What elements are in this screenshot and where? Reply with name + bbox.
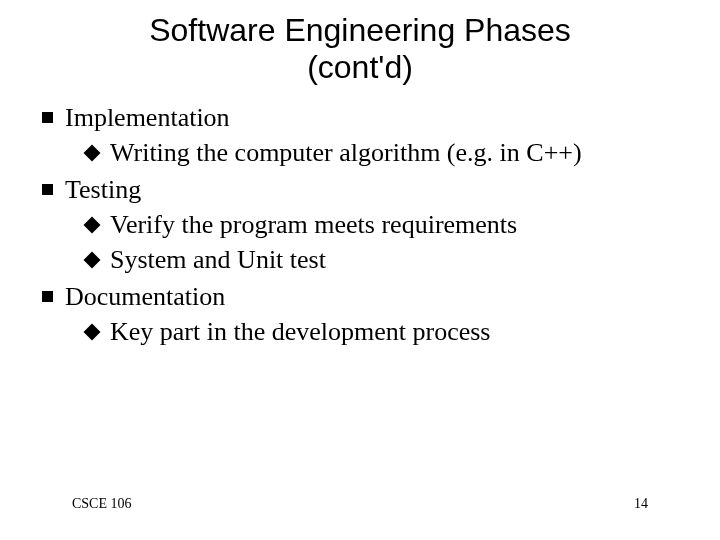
slide-footer: CSCE 106 14	[0, 496, 720, 512]
footer-course-code: CSCE 106	[72, 496, 132, 512]
square-bullet-icon	[42, 291, 53, 302]
title-line-2: (cont'd)	[307, 49, 413, 85]
square-bullet-icon	[42, 184, 53, 195]
footer-page-number: 14	[634, 496, 648, 512]
diamond-bullet-icon	[84, 216, 101, 233]
list-item: Testing	[42, 172, 692, 207]
list-subitem: Writing the computer algorithm (e.g. in …	[84, 135, 692, 170]
diamond-bullet-icon	[84, 251, 101, 268]
subitem-label: Writing the computer algorithm (e.g. in …	[110, 135, 692, 170]
square-bullet-icon	[42, 112, 53, 123]
subitem-label: System and Unit test	[110, 242, 692, 277]
list-item: Implementation	[42, 100, 692, 135]
title-line-1: Software Engineering Phases	[149, 12, 571, 48]
item-label: Implementation	[65, 100, 692, 135]
list-subitem: System and Unit test	[84, 242, 692, 277]
diamond-bullet-icon	[84, 324, 101, 341]
subitem-label: Key part in the development process	[110, 314, 692, 349]
item-label: Testing	[65, 172, 692, 207]
item-label: Documentation	[65, 279, 692, 314]
slide-content: Implementation Writing the computer algo…	[28, 100, 692, 350]
list-subitem: Key part in the development process	[84, 314, 692, 349]
list-item: Documentation	[42, 279, 692, 314]
slide-title: Software Engineering Phases (cont'd)	[28, 12, 692, 86]
diamond-bullet-icon	[84, 144, 101, 161]
subitem-label: Verify the program meets requirements	[110, 207, 692, 242]
slide: Software Engineering Phases (cont'd) Imp…	[0, 0, 720, 540]
list-subitem: Verify the program meets requirements	[84, 207, 692, 242]
